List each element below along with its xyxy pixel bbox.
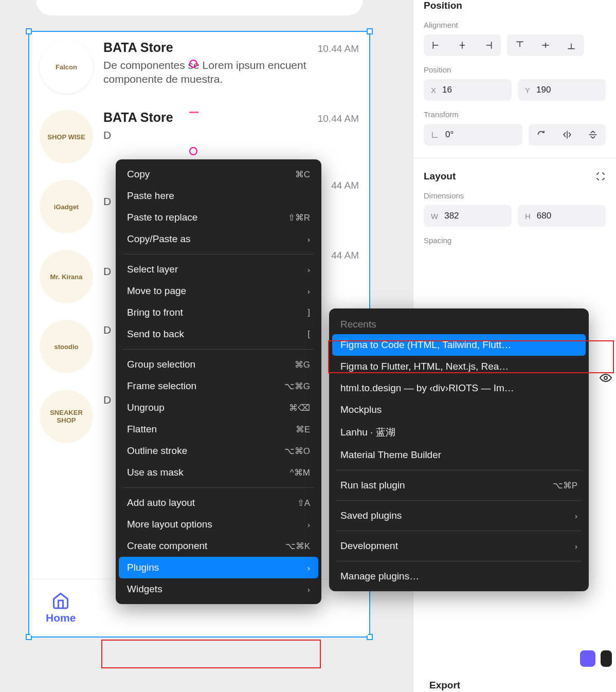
align-middle-button[interactable]: [533, 34, 558, 56]
chat-time: 44 AM: [331, 250, 359, 261]
avatar: Falcon: [40, 40, 93, 94]
dev-mode-button[interactable]: [580, 650, 595, 667]
position-heading: Position: [413, 0, 616, 11]
context-menu: Copy⌘C Paste here Paste to replace⇧⌘R Co…: [116, 159, 321, 604]
w-value: 382: [444, 211, 459, 221]
h-value: 680: [537, 211, 551, 221]
menu-separator: [123, 349, 314, 350]
spacing-indicator-icon: [189, 147, 197, 155]
chevron-right-icon: ›: [307, 235, 310, 244]
height-field[interactable]: H 680: [518, 205, 606, 227]
menu-item-paste-replace[interactable]: Paste to replace⇧⌘R: [116, 207, 321, 228]
menu-item-move-to-page[interactable]: Move to page›: [116, 280, 321, 302]
plugin-figma-to-flutter[interactable]: Figma to Flutter, HTML, Next.js, Rea…: [329, 356, 589, 377]
plugin-figma-to-code[interactable]: Figma to Code (HTML, Tailwind, Flutt…: [332, 334, 586, 356]
menu-item-plugins[interactable]: Plugins›: [119, 557, 318, 578]
menu-separator: [123, 254, 314, 254]
recents-heading: Recents: [329, 313, 589, 334]
plugins-submenu: Recents Figma to Code (HTML, Tailwind, F…: [329, 308, 589, 591]
chevron-right-icon: ›: [307, 520, 310, 529]
menu-item-group[interactable]: Group selection⌘G: [116, 354, 321, 375]
shortcut: ⇧⌘R: [288, 212, 310, 223]
menu-item-create-component[interactable]: Create component⌥⌘K: [116, 535, 321, 557]
plugin-mockplus[interactable]: Mockplus: [329, 399, 589, 421]
nav-home[interactable]: Home: [46, 591, 76, 624]
chevron-right-icon: ›: [575, 512, 577, 520]
inspect-button[interactable]: [601, 650, 612, 667]
shortcut: ⌘G: [295, 359, 310, 370]
chat-title: BATA Store: [103, 40, 173, 55]
align-bottom-button[interactable]: [558, 34, 584, 56]
y-value: 190: [536, 85, 551, 95]
y-label: Y: [525, 86, 530, 95]
menu-item-widgets[interactable]: Widgets›: [116, 578, 321, 600]
visibility-icon[interactable]: [600, 372, 612, 384]
dev-mode-buttons: [580, 650, 612, 667]
menu-item-copy[interactable]: Copy⌘C: [116, 163, 321, 185]
alignment-label: Alignment: [424, 21, 606, 29]
menu-item-frame-selection[interactable]: Frame selection⌥⌘G: [116, 375, 321, 397]
align-top-button[interactable]: [507, 34, 533, 56]
align-center-button[interactable]: [449, 34, 475, 56]
shortcut: ⌥⌘K: [285, 541, 310, 552]
menu-item-outline-stroke[interactable]: Outline stroke⌥⌘O: [116, 440, 321, 462]
chat-time: 44 AM: [331, 180, 359, 191]
menu-item-manage-plugins[interactable]: Manage plugins…: [329, 566, 589, 587]
chat-body: BATA Store 10.44 AM De componentes se Lo…: [103, 40, 359, 86]
rotation-field[interactable]: 0°: [424, 124, 522, 145]
plugin-material-theme[interactable]: Material Theme Builder: [329, 444, 589, 466]
menu-item-auto-layout[interactable]: Add auto layout⇧A: [116, 492, 321, 514]
menu-item-ungroup[interactable]: Ungroup⌘⌫: [116, 397, 321, 418]
menu-item-use-as-mask[interactable]: Use as mask^⌘M: [116, 462, 321, 483]
avatar: iGadget: [40, 180, 93, 233]
flip-horizontal-button[interactable]: [554, 124, 580, 145]
y-field[interactable]: Y 190: [518, 79, 606, 101]
menu-item-flatten[interactable]: Flatten⌘E: [116, 418, 321, 440]
menu-item-paste-here[interactable]: Paste here: [116, 185, 321, 207]
chat-message: De componentes se Lorem ipsum encuent co…: [103, 58, 359, 86]
transform-label: Transform: [424, 110, 606, 119]
menu-item-more-layout[interactable]: More layout options›: [116, 514, 321, 535]
menu-item-send-to-back[interactable]: Send to back[: [116, 323, 321, 345]
rotation-value: 0°: [445, 130, 454, 140]
shortcut: ⌘C: [295, 169, 310, 180]
chat-time: 10.44 AM: [318, 113, 359, 124]
align-left-button[interactable]: [424, 34, 449, 56]
h-label: H: [525, 212, 531, 221]
dimensions-label: Dimensions: [424, 191, 606, 200]
shortcut: ⌥⌘P: [553, 480, 577, 491]
chat-body: BATA Store 10.44 AM D: [103, 110, 359, 142]
collapse-icon[interactable]: [595, 171, 606, 181]
plugin-html-to-design[interactable]: html.to.design — by ‹div›RIOTS — Im…: [329, 377, 589, 399]
spacing-indicator-icon: [189, 60, 197, 68]
width-field[interactable]: W 382: [424, 205, 512, 227]
align-right-button[interactable]: [475, 34, 501, 56]
shortcut: ]: [307, 307, 310, 318]
menu-item-run-last[interactable]: Run last plugin⌥⌘P: [329, 475, 589, 496]
export-heading: Export: [429, 680, 460, 691]
menu-item-saved-plugins[interactable]: Saved plugins›: [329, 505, 589, 526]
selection-handle[interactable]: [26, 28, 32, 34]
chat-item[interactable]: Falcon BATA Store 10.44 AM De componente…: [29, 32, 369, 102]
shortcut: [: [307, 329, 310, 339]
align-vertical-group: [507, 34, 584, 56]
nav-home-label: Home: [46, 612, 76, 624]
menu-separator: [336, 531, 582, 531]
rotate-button[interactable]: [529, 124, 554, 145]
selection-handle[interactable]: [367, 28, 373, 34]
shortcut: ⇧A: [297, 498, 310, 508]
shortcut: ⌥⌘G: [284, 381, 310, 392]
menu-separator: [336, 470, 582, 470]
avatar: Mr. Kirana: [40, 250, 93, 303]
x-label: X: [431, 86, 436, 95]
menu-item-development[interactable]: Development›: [329, 535, 589, 557]
svg-point-12: [604, 376, 607, 379]
x-field[interactable]: X 16: [424, 79, 512, 101]
layout-heading: Layout: [424, 171, 456, 182]
menu-item-select-layer[interactable]: Select layer›: [116, 259, 321, 280]
plugin-lanhu[interactable]: Lanhu · 蓝湖: [329, 421, 589, 444]
menu-item-bring-to-front[interactable]: Bring to front]: [116, 302, 321, 323]
chevron-right-icon: ›: [575, 542, 577, 551]
flip-vertical-button[interactable]: [580, 124, 606, 145]
menu-item-copy-paste-as[interactable]: Copy/Paste as›: [116, 228, 321, 250]
